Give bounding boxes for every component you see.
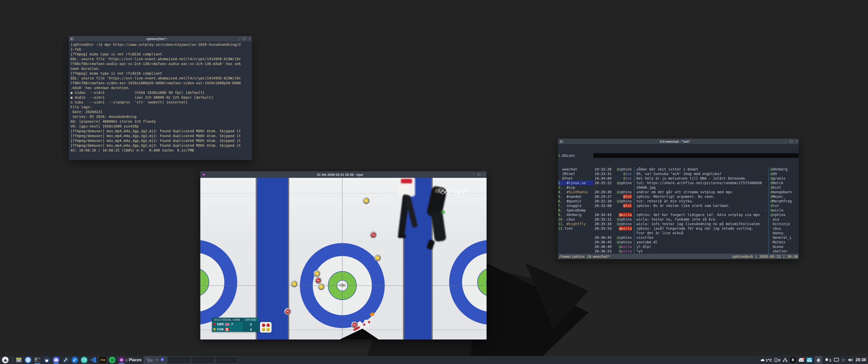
nicklist-item[interactable]: aia <box>769 217 799 222</box>
buffer-item[interactable]: 5. #sweden <box>558 194 593 199</box>
nicklist-item[interactable]: @Holck <box>769 180 799 185</box>
buffer-item[interactable]: 7. snugglo <box>558 203 593 208</box>
buffer-item[interactable] <box>558 235 593 240</box>
buffer-item[interactable] <box>558 244 593 249</box>
curling-video[interactable]: GOLD MEDAL GAME 6TH END GBR <box>200 178 487 339</box>
lutris-games-icon[interactable] <box>43 356 51 364</box>
steam-icon[interactable] <box>62 356 69 364</box>
nicklist-item[interactable]: Malmis <box>769 240 799 244</box>
nicklist-item[interactable]: @zphinx <box>769 213 799 217</box>
terminal-titlebar[interactable]: zphinx@tor:~ – × <box>69 36 252 41</box>
mpv-player-icon[interactable] <box>118 356 125 364</box>
weechat-titlebar[interactable]: 0:0:weechat - "ssh" – × <box>558 139 799 144</box>
buffer-item[interactable]: 9. Ahnberg <box>558 213 593 217</box>
buffer-item[interactable] <box>558 249 593 253</box>
message-text: wicla: iofs testar jag livesändning nu p… <box>634 222 769 226</box>
buffer-item[interactable] <box>558 240 593 244</box>
maximize-icon[interactable] <box>243 37 246 40</box>
message-nick: @wicla <box>612 244 632 249</box>
chat-row: weechat19:32:26@zphinxsådan där skit sit… <box>558 167 799 171</box>
nicklist-item[interactable]: @wicla <box>769 208 799 213</box>
nicklist-item[interactable]: @d9 <box>769 171 799 176</box>
nicklist-item[interactable]: @mangobarn <box>769 190 799 194</box>
terminal-line: [ffmpeg/demuxer] mov,mp4,m4a,3gp,3g2,mj2… <box>70 138 250 143</box>
buffer-item[interactable] <box>558 231 593 235</box>
places-menu[interactable]: ⌂ Places <box>125 358 142 362</box>
flame-tray-icon[interactable] <box>815 356 822 364</box>
close-icon[interactable]: × <box>249 37 250 40</box>
discord-tray-icon[interactable] <box>799 358 804 362</box>
terminal-line: o Subs --sid=1 --slang=sv 'vtt' (webvtt)… <box>70 100 250 105</box>
inbox-tray-icon[interactable] <box>807 358 812 362</box>
minimize-icon[interactable]: – <box>473 173 475 176</box>
kdeconnect-indicator[interactable]: 0 <box>775 358 780 362</box>
message-nick: @zphinx <box>612 240 632 244</box>
buffer-item[interactable]: 6. #gunnit <box>558 199 593 203</box>
nicklist-item[interactable]: @Meyer_ <box>769 194 799 199</box>
workspace-1[interactable]: ☺ <box>144 357 167 364</box>
discord-icon[interactable] <box>52 356 60 364</box>
terminal-icon[interactable]: 2 <box>34 356 41 364</box>
buffer-item[interactable]: 10. cbus <box>558 217 593 222</box>
nicklist-item[interactable]: danny_ <box>769 231 799 235</box>
minimize-icon[interactable]: – <box>785 140 787 143</box>
close-icon[interactable]: × <box>796 140 797 143</box>
buffer-item[interactable]: 3. #isp <box>558 185 593 190</box>
spotify-icon[interactable] <box>108 356 116 364</box>
display-icon[interactable] <box>834 358 839 362</box>
nicklist-item[interactable]: @tut <box>769 203 799 208</box>
message-time: 20:36:49 <box>593 244 612 249</box>
buffer-item[interactable]: weechat <box>558 167 593 171</box>
message-nick: @zphinx <box>612 199 632 203</box>
tray-app-icon[interactable]: 8 <box>790 357 796 363</box>
terminal-line: .m3u8' has unknown duration. <box>70 85 250 90</box>
network-icon[interactable] <box>783 358 787 362</box>
buffer-item[interactable]: 1.DALnet <box>558 153 593 158</box>
weechat-content[interactable]: 1.DALnet weechat19:32:26@zphinxsådan där… <box>558 144 799 259</box>
minimize-icon[interactable]: – <box>238 37 240 40</box>
message-text: wicla: testar nu, funkade inte så bra <box>634 217 769 222</box>
maximize-icon[interactable] <box>478 173 480 176</box>
volume-icon[interactable] <box>848 358 853 362</box>
buffer-item[interactable]: IRCnet <box>558 171 593 176</box>
maximize-icon[interactable] <box>790 140 793 143</box>
nicklist-item[interactable]: @Ahnberg <box>769 167 799 171</box>
weather-indicator[interactable]: 1°C <box>761 358 772 362</box>
nicklist-item[interactable]: @kint <box>769 185 799 190</box>
curling-stone-yellow <box>318 283 324 290</box>
message-nick: @zphinx <box>612 167 632 171</box>
workspace-2[interactable] <box>168 357 190 364</box>
buffer-item[interactable]: 8. SpaceDump <box>558 208 593 213</box>
file-manager-icon[interactable] <box>15 356 23 364</box>
buffer-item[interactable]: 11. #nightfly <box>558 222 593 226</box>
notifications-indicator[interactable]: 1 <box>825 358 831 362</box>
clock[interactable]: 20:38 <box>856 358 866 362</box>
message-text: visstfan <box>634 235 769 240</box>
everquest-icon[interactable]: EQ <box>99 356 106 364</box>
nicklist-item[interactable]: shelter <box>769 249 799 253</box>
favorites-star-icon[interactable]: ☆ <box>841 357 845 363</box>
battle-net-icon[interactable] <box>71 356 79 364</box>
nicklist-item[interactable]: @granis <box>769 176 799 180</box>
buffer-item[interactable]: 4. #SLAYRadio <box>558 190 593 194</box>
nicklist-item[interactable]: cbus <box>769 226 799 231</box>
svg-text:2: 2 <box>35 358 37 361</box>
nicklist-item[interactable]: General_L <box>769 235 799 240</box>
close-icon[interactable]: × <box>483 173 485 176</box>
nicklist-item[interactable]: miono <box>769 244 799 249</box>
nicklist-item[interactable]: @Morphfrog <box>769 199 799 203</box>
mpv-titlebar[interactable]: 21 feb 2026-02-21 20:38 - mpv – × <box>200 171 487 178</box>
buffer-item[interactable]: EFnet <box>558 176 593 180</box>
terminal-output[interactable]: [zphinx@tor ~]$ mpv https://www.svtplay.… <box>69 41 252 160</box>
nicklist-item[interactable]: bitninja <box>769 222 799 226</box>
vscode-icon[interactable] <box>90 356 97 364</box>
buffer-item[interactable]: 12.fset <box>558 226 593 231</box>
app-menu-icon[interactable] <box>1 356 9 364</box>
chromium-browser-icon[interactable] <box>24 356 32 364</box>
cloud-icon <box>761 359 765 362</box>
workspace-pager[interactable]: ☺ <box>144 357 238 364</box>
workspace-4[interactable] <box>215 357 238 364</box>
workspace-3[interactable] <box>191 357 214 364</box>
mail-client-icon[interactable] <box>80 356 88 364</box>
buffer-item[interactable]: 2. #linux.se <box>558 180 593 185</box>
